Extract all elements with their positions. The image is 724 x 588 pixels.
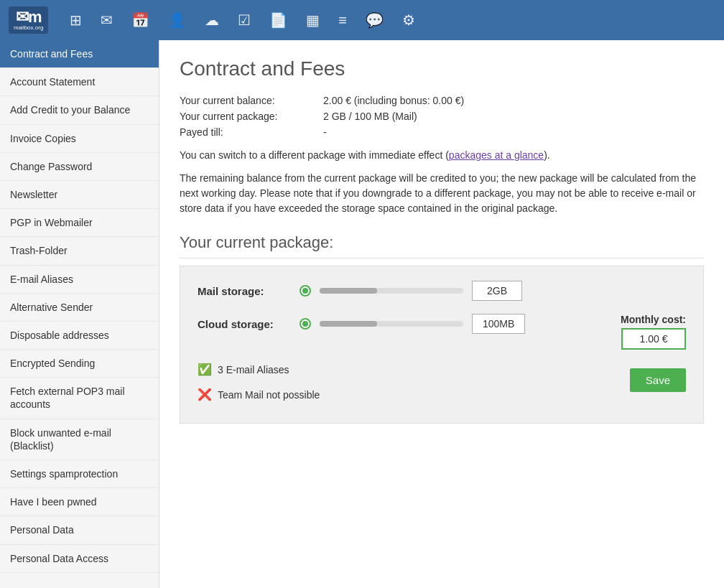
- save-button[interactable]: Save: [630, 368, 686, 392]
- payed-till-label: Payed till:: [180, 126, 323, 138]
- packages-at-a-glance-link[interactable]: packages at a glance: [449, 149, 544, 161]
- cloud-storage-slider-fill: [320, 321, 377, 327]
- cloud-storage-slider[interactable]: [320, 321, 463, 327]
- cloud-storage-radio[interactable]: [300, 318, 311, 330]
- sidebar-item-email-aliases[interactable]: E-mail Aliases: [0, 266, 159, 294]
- sidebar: Contract and Fees Account Statement Add …: [0, 40, 159, 588]
- features-list: ✅ 3 E-mail Aliases ❌ Team Mail not possi…: [198, 363, 320, 409]
- feature-team-mail: ❌ Team Mail not possible: [198, 388, 320, 401]
- monthly-cost-label: Monthly cost:: [585, 314, 686, 325]
- balance-row: Your current balance: 2.00 € (including …: [180, 95, 704, 106]
- sidebar-item-newsletter[interactable]: Newsletter: [0, 181, 159, 209]
- feature-email-aliases: ✅ 3 E-mail Aliases: [198, 363, 320, 376]
- list-icon[interactable]: ≡: [335, 9, 350, 32]
- mail-storage-badge: 2GB: [472, 281, 522, 301]
- sidebar-item-pgp-webmailer[interactable]: PGP in Webmailer: [0, 209, 159, 237]
- sidebar-item-encrypted-sending[interactable]: Encrypted Sending: [0, 350, 159, 378]
- sidebar-item-account-statement[interactable]: Account Statement: [0, 68, 159, 96]
- calendar-icon[interactable]: 📅: [129, 9, 152, 32]
- switch-note: You can switch to a different package wi…: [180, 149, 704, 161]
- sidebar-item-alternative-sender[interactable]: Alternative Sender: [0, 294, 159, 322]
- package-box: Mail storage: 2GB Cloud storage:: [180, 266, 704, 424]
- your-current-package-title: Your current package:: [180, 233, 704, 258]
- payed-till-row: Payed till: -: [180, 126, 704, 138]
- logo-text: mailbox.org: [14, 25, 43, 31]
- package-value: 2 GB / 100 MB (Mail): [323, 111, 417, 122]
- sidebar-item-settings-spamprotection[interactable]: Settings spamprotection: [0, 460, 159, 488]
- remaining-note: The remaining balance from the current p…: [180, 171, 704, 216]
- chat-icon[interactable]: 💬: [363, 9, 386, 32]
- mail-storage-slider[interactable]: [320, 288, 463, 294]
- sidebar-item-personal-data-access[interactable]: Personal Data Access: [0, 545, 159, 573]
- balance-value: 2.00 € (including bonus: 0.00 €): [323, 95, 464, 106]
- package-bottom-row: ✅ 3 E-mail Aliases ❌ Team Mail not possi…: [198, 363, 686, 409]
- balance-label: Your current balance:: [180, 95, 323, 106]
- sidebar-item-change-password[interactable]: Change Password: [0, 153, 159, 181]
- main-content: Contract and Fees Your current balance: …: [159, 40, 724, 588]
- tasks-icon[interactable]: ☑: [235, 9, 254, 32]
- logo-icon: ✉m: [16, 9, 42, 25]
- page-title: Contract and Fees: [180, 57, 704, 80]
- cloud-icon[interactable]: ☁: [202, 9, 222, 32]
- grid-icon[interactable]: ▦: [303, 9, 322, 32]
- sidebar-item-trash-folder[interactable]: Trash-Folder: [0, 237, 159, 265]
- sidebar-item-disposable-addresses[interactable]: Disposable addresses: [0, 322, 159, 350]
- radio-dot-cloud: [302, 321, 308, 327]
- feature-email-aliases-text: 3 E-mail Aliases: [218, 364, 289, 375]
- mail-icon[interactable]: ✉: [98, 9, 116, 32]
- sidebar-item-fetch-external-pop3[interactable]: Fetch external POP3 mail accounts: [0, 378, 159, 419]
- mail-storage-radio[interactable]: [300, 285, 311, 297]
- feature-team-mail-text: Team Mail not possible: [218, 389, 320, 401]
- settings-icon[interactable]: ⚙: [399, 9, 418, 32]
- logo[interactable]: ✉m mailbox.org: [9, 6, 48, 34]
- sidebar-item-contract-and-fees[interactable]: Contract and Fees: [0, 40, 159, 68]
- mail-storage-label: Mail storage:: [198, 285, 291, 297]
- apps-icon[interactable]: ⊞: [67, 9, 85, 32]
- package-row: Your current package: 2 GB / 100 MB (Mai…: [180, 111, 704, 122]
- mail-storage-slider-fill: [320, 288, 377, 294]
- mail-storage-row: Mail storage: 2GB: [198, 281, 686, 301]
- monthly-cost-col: Monthly cost: 1.00 €: [585, 314, 686, 350]
- package-label: Your current package:: [180, 111, 323, 122]
- check-icon: ✅: [198, 363, 212, 376]
- radio-dot: [302, 288, 308, 294]
- contacts-icon[interactable]: 👤: [165, 9, 189, 32]
- documents-icon[interactable]: 📄: [266, 9, 290, 32]
- cross-icon: ❌: [198, 388, 212, 401]
- info-table: Your current balance: 2.00 € (including …: [180, 95, 704, 138]
- sidebar-item-block-unwanted[interactable]: Block unwanted e-mail (Blacklist): [0, 419, 159, 460]
- cloud-storage-label: Cloud storage:: [198, 318, 291, 330]
- monthly-cost-value: 1.00 €: [621, 328, 686, 350]
- top-navigation: ✉m mailbox.org ⊞ ✉ 📅 👤 ☁ ☑ 📄 ▦ ≡ 💬 ⚙: [0, 0, 724, 40]
- cloud-storage-badge: 100MB: [472, 314, 525, 334]
- sidebar-item-have-i-been-pwned[interactable]: Have I been pwned: [0, 488, 159, 516]
- sidebar-item-invoice-copies[interactable]: Invoice Copies: [0, 125, 159, 153]
- sidebar-item-add-credit[interactable]: Add Credit to your Balance: [0, 96, 159, 124]
- payed-till-value: -: [323, 126, 327, 138]
- sidebar-item-personal-data[interactable]: Personal Data: [0, 516, 159, 544]
